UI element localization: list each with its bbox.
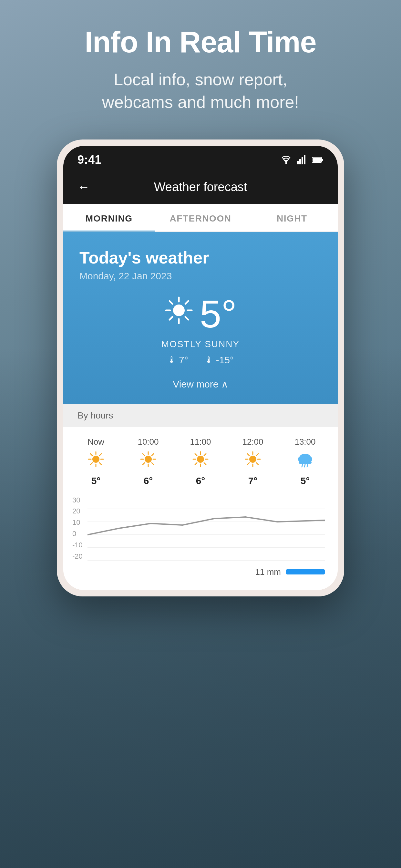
precipitation-row: 11 mm [70,564,331,584]
chart-y-labels: 30 20 10 0 -10 -20 [72,496,83,561]
wifi-icon [280,155,292,164]
hour-label-10: 10:00 [137,437,158,447]
svg-line-15 [185,301,188,304]
svg-line-23 [99,463,101,465]
hour-temp-12: 7° [248,475,258,486]
cloud-rain-icon [296,451,314,471]
svg-line-51 [256,454,258,456]
content-wrapper: Info In Real Time Local info, snow repor… [0,0,401,596]
hour-label-now: Now [88,437,104,447]
phone-mockup: 9:41 [57,140,344,596]
hour-icon-now [88,451,104,471]
svg-line-52 [247,463,249,465]
svg-line-25 [90,463,92,465]
hour-temp-13: 5° [301,475,310,486]
thermometer-high-icon: 🌡 [167,354,176,365]
hour-temp-10: 6° [144,475,153,486]
status-time: 9:41 [78,153,101,166]
weather-date: Monday, 22 Jan 2023 [80,271,321,282]
svg-rect-1 [297,161,299,164]
svg-line-16 [169,317,173,320]
svg-line-42 [204,454,206,456]
phone-inner: 9:41 [63,146,338,590]
status-bar: 9:41 [63,146,338,173]
page-subtitle: Local info, snow report,webcams and much… [102,68,299,113]
svg-point-17 [92,456,99,463]
hour-temp-11: 6° [196,475,205,486]
svg-line-41 [204,463,206,465]
hour-label-13: 13:00 [295,437,315,447]
svg-line-22 [90,454,92,456]
view-more-button[interactable]: View more ∧ [80,378,321,390]
back-button[interactable]: ← [78,180,90,194]
temp-low: 🌡 -15° [204,354,234,366]
svg-line-58 [305,464,305,467]
tab-afternoon[interactable]: AFTERNOON [155,204,246,231]
svg-point-44 [249,456,256,463]
svg-point-0 [285,162,287,164]
hour-icon-10 [140,451,157,471]
svg-rect-3 [302,157,303,164]
precip-bar [286,569,325,575]
svg-point-26 [145,456,152,463]
hour-item-now: Now [76,437,115,486]
svg-point-35 [197,456,204,463]
hour-item-10: 10:00 [129,437,167,486]
chart-area: 30 20 10 0 -10 -20 [70,493,331,564]
sun-icon-12 [244,451,261,468]
hours-section: Now [63,427,338,590]
hour-label-11: 11:00 [190,437,211,447]
svg-line-40 [195,454,197,456]
precip-label: 11 mm [255,567,281,577]
svg-line-49 [247,454,249,456]
weather-card: Today's weather Monday, 22 Jan 2023 [63,232,338,404]
temperature-main: 5° [200,294,237,333]
svg-rect-6 [321,159,323,161]
tab-night[interactable]: NIGHT [246,204,338,231]
temp-high: 🌡 7° [167,354,188,366]
hour-icon-11 [192,451,209,471]
svg-line-43 [195,463,197,465]
svg-rect-56 [299,461,312,464]
svg-line-57 [302,464,303,467]
temperature-chart [88,496,325,561]
hours-row: Now [70,437,331,486]
hour-item-12: 12:00 [234,437,272,486]
svg-line-32 [152,463,154,465]
temp-range: 🌡 7° 🌡 -15° [80,354,321,366]
tabs-container: MORNING AFTERNOON NIGHT [63,204,338,232]
page-title: Info In Real Time [85,26,316,58]
svg-rect-7 [312,158,321,162]
svg-rect-4 [304,155,305,164]
signal-icon [297,155,307,164]
sun-icon-11 [192,451,209,468]
sun-icon-10 [140,451,157,468]
sun-icon-now [88,451,104,468]
cloud-rain-svg [296,451,314,468]
temperature-row: 5° [80,294,321,333]
weather-title: Today's weather [80,248,321,268]
svg-line-14 [185,317,188,320]
hour-item-11: 11:00 [181,437,220,486]
svg-line-34 [143,463,145,465]
svg-line-33 [152,454,154,456]
sun-svg [164,296,193,325]
hour-label-12: 12:00 [242,437,263,447]
tab-morning[interactable]: MORNING [63,204,155,231]
app-header: ← Weather forecast [63,173,338,204]
hour-temp-now: 5° [91,475,101,486]
svg-rect-2 [299,159,301,164]
svg-point-8 [173,305,185,316]
battery-icon [312,157,323,163]
status-icons [280,155,323,164]
weather-condition: MOSTLY SUNNY [80,339,321,349]
svg-line-50 [256,463,258,465]
hour-icon-12 [244,451,261,471]
sun-icon [164,296,193,332]
svg-line-13 [169,301,173,304]
app-header-title: Weather forecast [154,180,247,194]
by-hours-header: By hours [63,404,338,427]
thermometer-low-icon: 🌡 [204,354,213,365]
svg-line-59 [307,464,308,467]
hour-item-13: 13:00 5° [286,437,325,486]
